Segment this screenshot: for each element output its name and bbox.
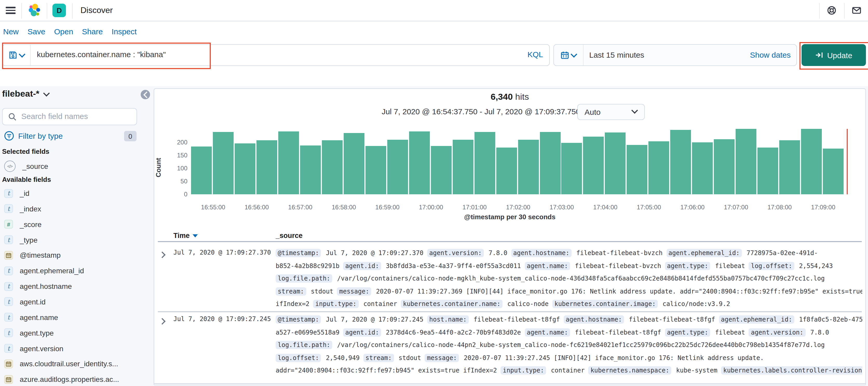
histogram-bar[interactable]	[561, 143, 582, 194]
histogram-bar[interactable]	[256, 140, 277, 194]
histogram-bar[interactable]	[344, 133, 365, 194]
field-search-input[interactable]	[20, 111, 134, 121]
histogram-bar[interactable]	[235, 143, 255, 194]
histogram-bar[interactable]	[692, 142, 713, 194]
histogram-bar[interactable]	[757, 148, 778, 194]
date-quick-select-button[interactable]	[554, 45, 584, 65]
query-language-button[interactable]: KQL	[527, 50, 543, 59]
sidebar-field-_score[interactable]: #_score	[4, 218, 41, 230]
source-field-badge[interactable]: input.type:	[501, 366, 546, 375]
histogram-bar[interactable]	[191, 147, 212, 194]
source-field-badge[interactable]: kubernetes.namespace:	[588, 366, 671, 375]
help-icon[interactable]	[827, 6, 836, 15]
source-field-badge[interactable]: kubernetes.labels.controller-revision-	[721, 366, 862, 375]
sidebar-field-azure.auditlogs.properties.ac...[interactable]: azure.auditlogs.properties.ac...	[4, 374, 119, 385]
source-field-badge[interactable]: agent.ephemeral_id:	[719, 315, 794, 324]
sidebar-field-agent.name[interactable]: tagent.name	[4, 312, 58, 323]
histogram-bar[interactable]	[736, 129, 757, 194]
source-field-badge[interactable]: agent.type:	[665, 328, 710, 337]
sidebar-field-agent.hostname[interactable]: tagent.hostname	[4, 280, 72, 292]
histogram-bar[interactable]	[300, 145, 321, 194]
share-button[interactable]: Share	[82, 27, 103, 36]
source-field-badge[interactable]: log.file.path:	[276, 341, 332, 349]
expand-row-icon[interactable]	[160, 250, 164, 259]
source-field-badge[interactable]: @timestamp:	[276, 315, 321, 324]
histogram-bar[interactable]	[583, 137, 604, 194]
sidebar-field-@timestamp[interactable]: @timestamp	[4, 249, 61, 261]
source-field-badge[interactable]: agent.hostname:	[563, 315, 624, 324]
sidebar-field-agent.version[interactable]: tagent.version	[4, 343, 63, 354]
time-range-value[interactable]: Last 15 minutes	[589, 50, 644, 59]
histogram-bar[interactable]	[779, 140, 800, 194]
histogram-bar[interactable]	[605, 132, 626, 194]
source-field-badge[interactable]: log.offset:	[276, 354, 321, 362]
source-field-badge[interactable]: agent.name:	[525, 262, 570, 270]
source-field-badge[interactable]: agent.version:	[749, 328, 805, 337]
sidebar-field-agent.id[interactable]: tagent.id	[4, 296, 46, 307]
histogram-bar[interactable]	[540, 132, 560, 194]
source-field-badge[interactable]: log.file.path:	[276, 274, 332, 283]
source-field-badge[interactable]: @timestamp:	[276, 249, 321, 257]
elastic-logo[interactable]	[27, 3, 41, 18]
source-field-badge[interactable]: message:	[337, 287, 371, 296]
source-field-badge[interactable]: host.name:	[427, 315, 469, 324]
histogram-bar[interactable]	[431, 146, 452, 194]
discover-app-icon[interactable]: D	[53, 4, 66, 17]
histogram-bar[interactable]	[366, 146, 386, 194]
histogram-bar[interactable]	[627, 145, 648, 194]
open-button[interactable]: Open	[54, 27, 73, 36]
histogram-bar[interactable]	[823, 149, 844, 194]
expand-row-icon[interactable]	[160, 316, 164, 326]
histogram-bar[interactable]	[671, 130, 691, 194]
sidebar-field-_index[interactable]: t_index	[4, 203, 41, 214]
query-input[interactable]: kubernetes.container.name : "kibana" KQL	[2, 44, 550, 66]
histogram-bar[interactable]	[496, 148, 517, 194]
source-field-badge[interactable]: agent.name:	[525, 328, 570, 337]
histogram-bar[interactable]	[714, 139, 735, 194]
sidebar-collapse-button[interactable]	[141, 90, 150, 99]
histogram-bar[interactable]	[518, 140, 538, 194]
sidebar-field-aws.cloudtrail.user_identity.s...[interactable]: aws.cloudtrail.user_identity.s...	[4, 358, 118, 369]
source-field-badge[interactable]: agent.version:	[427, 249, 484, 257]
histogram-bar[interactable]	[322, 140, 343, 194]
sidebar-field-_id[interactable]: t_id	[4, 187, 29, 199]
query-text[interactable]: kubernetes.container.name : "kibana"	[37, 50, 166, 59]
source-field-badge[interactable]: agent.id:	[343, 328, 381, 337]
saved-query-menu-button[interactable]	[3, 45, 31, 65]
new-button[interactable]: New	[3, 27, 19, 36]
time-column-header[interactable]: Time	[174, 232, 198, 239]
sidebar-field-source[interactable]: </> _source	[4, 160, 48, 172]
inspect-button[interactable]: Inspect	[112, 27, 137, 36]
source-field-badge[interactable]: message:	[425, 354, 459, 362]
update-button[interactable]: Update	[802, 44, 866, 66]
source-field-badge[interactable]: kubernetes.container.name:	[401, 300, 502, 308]
source-field-badge[interactable]: agent.id:	[343, 262, 381, 270]
histogram-bar[interactable]	[474, 132, 495, 194]
source-field-badge[interactable]: agent.type:	[665, 262, 710, 270]
histogram-bar[interactable]	[409, 131, 430, 194]
save-button[interactable]: Save	[28, 27, 45, 36]
histogram-bar[interactable]	[649, 141, 670, 194]
show-dates-button[interactable]: Show dates	[750, 50, 790, 59]
histogram-bar[interactable]	[453, 140, 473, 194]
index-pattern-switcher[interactable]: filebeat-*	[2, 89, 49, 99]
histogram-bar[interactable]	[278, 131, 299, 194]
sidebar-field-agent.type[interactable]: tagent.type	[4, 327, 54, 338]
newsfeed-icon[interactable]	[852, 6, 861, 15]
sidebar-field-agent.ephemeral_id[interactable]: tagent.ephemeral_id	[4, 265, 84, 277]
source-field-badge[interactable]: stream:	[276, 287, 306, 296]
x-tick-label: 17:03:00	[540, 204, 584, 211]
source-field-badge[interactable]: agent.hostname:	[511, 249, 571, 257]
histogram-bar[interactable]	[213, 132, 234, 194]
histogram-bar[interactable]	[387, 140, 408, 194]
menu-icon[interactable]	[6, 7, 16, 14]
source-field-badge[interactable]: input.type:	[313, 300, 359, 308]
source-field-badge[interactable]: log.offset:	[749, 262, 794, 270]
source-field-badge[interactable]: agent.ephemeral_id:	[666, 249, 742, 257]
filter-by-type-button[interactable]: Filter by type	[4, 131, 63, 141]
sidebar-field-_type[interactable]: t_type	[4, 234, 38, 245]
source-field-badge[interactable]: kubernetes.container.image:	[552, 300, 658, 308]
interval-select[interactable]: Auto	[577, 104, 645, 120]
histogram-bar[interactable]	[801, 129, 822, 194]
source-field-badge[interactable]: stream:	[363, 354, 394, 362]
